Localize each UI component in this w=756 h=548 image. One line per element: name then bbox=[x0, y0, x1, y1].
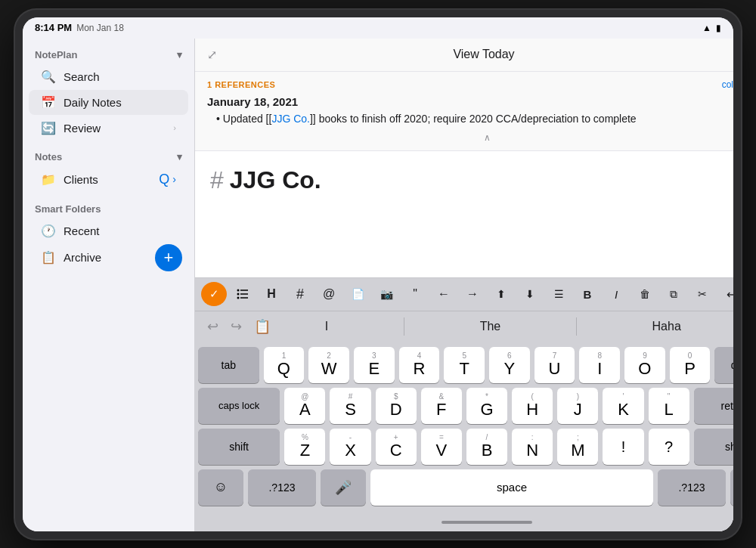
sidebar-daily-notes-label: Daily Notes bbox=[64, 96, 176, 109]
key-x[interactable]: -X bbox=[330, 429, 370, 465]
toolbar-copy-button[interactable]: ⧉ bbox=[661, 282, 686, 306]
sidebar-review-label: Review bbox=[64, 122, 166, 135]
delete-key[interactable]: delete bbox=[714, 347, 733, 383]
toolbar-arrow-right-button[interactable]: → bbox=[460, 282, 485, 306]
sidebar-item-daily-notes[interactable]: 📅 Daily Notes bbox=[29, 90, 188, 115]
key-m[interactable]: ;M bbox=[557, 429, 598, 465]
caps-lock-key[interactable]: caps lock bbox=[198, 388, 280, 424]
battery-icon: ▮ bbox=[716, 23, 721, 33]
key-v[interactable]: =V bbox=[421, 429, 462, 465]
reference-link[interactable]: JJG Co. bbox=[271, 113, 310, 125]
key-j[interactable]: )J bbox=[557, 388, 598, 424]
key-r[interactable]: 4R bbox=[399, 347, 440, 383]
toolbar-align-bottom-button[interactable]: ⬇ bbox=[517, 282, 543, 306]
key-q[interactable]: 1Q bbox=[264, 347, 305, 383]
keyboard-row-2: caps lock @A #S $D &F *G (H )J 'K "L bbox=[198, 388, 733, 424]
key-u[interactable]: 7U bbox=[534, 347, 575, 383]
key-f[interactable]: &F bbox=[421, 388, 462, 424]
key-g[interactable]: *G bbox=[466, 388, 507, 424]
key-n[interactable]: :N bbox=[512, 429, 553, 465]
sidebar-item-review[interactable]: 🔄 Review › bbox=[29, 116, 188, 141]
shift-right-key[interactable]: shift bbox=[694, 429, 733, 465]
numbers-right-key[interactable]: .?123 bbox=[658, 469, 726, 506]
toolbar-undo-button[interactable]: ↩ bbox=[718, 282, 733, 306]
notes-section-label: Notes bbox=[35, 151, 62, 163]
key-exclaim[interactable]: ! bbox=[603, 429, 643, 465]
key-z[interactable]: %Z bbox=[284, 429, 325, 465]
undo-redo-group: ↩ ↪ bbox=[204, 318, 245, 335]
bullet-icon: • bbox=[216, 113, 220, 125]
toolbar-at-button[interactable]: @ bbox=[316, 282, 342, 306]
toolbar-bold-button[interactable]: B bbox=[575, 282, 600, 306]
emoji-key[interactable]: ☺ bbox=[198, 469, 243, 506]
clients-detail-icon[interactable]: › bbox=[172, 173, 176, 185]
key-i[interactable]: 8I bbox=[579, 347, 620, 383]
collapse-all-button[interactable]: collapse all bbox=[722, 79, 733, 90]
numbers-left-key[interactable]: .?123 bbox=[248, 469, 316, 506]
toolbar-arrow-left-button[interactable]: ← bbox=[431, 282, 457, 306]
references-section: 1 REFERENCES collapse all January 18, 20… bbox=[195, 72, 733, 152]
review-icon: 🔄 bbox=[41, 121, 56, 135]
sidebar-item-archive[interactable]: 📋 Archive bbox=[29, 245, 155, 270]
key-y[interactable]: 6Y bbox=[489, 347, 530, 383]
key-b[interactable]: /B bbox=[466, 429, 507, 465]
key-l[interactable]: "L bbox=[649, 388, 689, 424]
note-content-area[interactable]: # JJG Co. bbox=[195, 151, 733, 277]
clipboard-button[interactable]: 📋 bbox=[254, 318, 271, 335]
space-key[interactable]: space bbox=[370, 469, 653, 506]
archive-icon: 📋 bbox=[41, 250, 56, 265]
autocomplete-bar: ↩ ↪ 📋 I The Haha B I bbox=[195, 311, 733, 342]
autocomplete-word-1[interactable]: I bbox=[316, 320, 337, 333]
mic-key[interactable]: 🎤 bbox=[321, 469, 366, 506]
toolbar-trash-button[interactable]: 🗑 bbox=[632, 282, 658, 306]
tab-key[interactable]: tab bbox=[198, 347, 259, 383]
toolbar-list2-button[interactable]: ☰ bbox=[546, 282, 572, 306]
shift-left-key[interactable]: shift bbox=[198, 429, 280, 465]
key-k[interactable]: 'K bbox=[603, 388, 643, 424]
sidebar-item-clients[interactable]: 📁 Clients Q › bbox=[29, 166, 188, 193]
key-c[interactable]: +C bbox=[376, 429, 417, 465]
autocomplete-word-2[interactable]: The bbox=[471, 320, 510, 333]
add-note-button[interactable]: + bbox=[155, 244, 182, 271]
clients-action-icon[interactable]: Q bbox=[159, 172, 169, 187]
keyboard-row-1: tab 1Q 2W 3E 4R 5T 6Y 7U 8I 9O 0P bbox=[198, 347, 733, 383]
status-time: 8:14 PM bbox=[35, 22, 72, 33]
review-chevron-icon: › bbox=[173, 123, 176, 132]
toolbar-list-button[interactable] bbox=[230, 282, 256, 306]
toolbar-file-button[interactable]: 📄 bbox=[345, 282, 370, 306]
key-s[interactable]: #S bbox=[330, 388, 370, 424]
svg-point-5 bbox=[237, 297, 240, 299]
toolbar-camera-button[interactable]: 📷 bbox=[373, 282, 399, 306]
toolbar-check-button[interactable]: ✓ bbox=[201, 282, 227, 306]
autocomplete-redo-button[interactable]: ↪ bbox=[228, 318, 245, 335]
key-question[interactable]: ? bbox=[649, 429, 689, 465]
note-title-text: JJG Co. bbox=[230, 166, 321, 194]
key-d[interactable]: $D bbox=[376, 388, 417, 424]
key-e[interactable]: 3E bbox=[354, 347, 395, 383]
status-bar: 8:14 PM Mon Jan 18 ▲ ▮ bbox=[23, 17, 733, 39]
toolbar-heading-button[interactable]: H bbox=[259, 282, 284, 306]
collapse-bar-button[interactable]: ∧ bbox=[207, 132, 733, 143]
sidebar-item-search[interactable]: 🔍 Search bbox=[29, 64, 188, 89]
return-key[interactable]: return bbox=[694, 388, 733, 424]
key-p[interactable]: 0P bbox=[670, 347, 711, 383]
toolbar-italic-button[interactable]: I bbox=[603, 282, 629, 306]
toolbar-quote-button[interactable]: " bbox=[402, 282, 428, 306]
expand-button[interactable]: ⤢ bbox=[207, 48, 217, 62]
keyboard-switch-key[interactable]: ⌨ bbox=[730, 469, 733, 506]
autocomplete-word-3[interactable]: Haha bbox=[643, 320, 690, 333]
clipboard-button-container: 📋 bbox=[254, 318, 271, 335]
autocomplete-undo-button[interactable]: ↩ bbox=[204, 318, 222, 335]
toolbar-hash-button[interactable]: # bbox=[287, 282, 313, 306]
key-t[interactable]: 5T bbox=[444, 347, 485, 383]
sidebar-item-recent[interactable]: 🕐 Recent bbox=[29, 218, 188, 243]
key-a[interactable]: @A bbox=[284, 388, 325, 424]
reference-content: • Updated [[JJG Co.]] books to finish of… bbox=[207, 112, 733, 127]
key-h[interactable]: (H bbox=[512, 388, 553, 424]
key-o[interactable]: 9O bbox=[624, 347, 665, 383]
key-w[interactable]: 2W bbox=[308, 347, 349, 383]
svg-point-4 bbox=[237, 293, 240, 296]
toolbar-align-top-button[interactable]: ⬆ bbox=[488, 282, 514, 306]
toolbar-cut-button[interactable]: ✂ bbox=[689, 282, 715, 306]
search-icon: 🔍 bbox=[41, 70, 56, 84]
